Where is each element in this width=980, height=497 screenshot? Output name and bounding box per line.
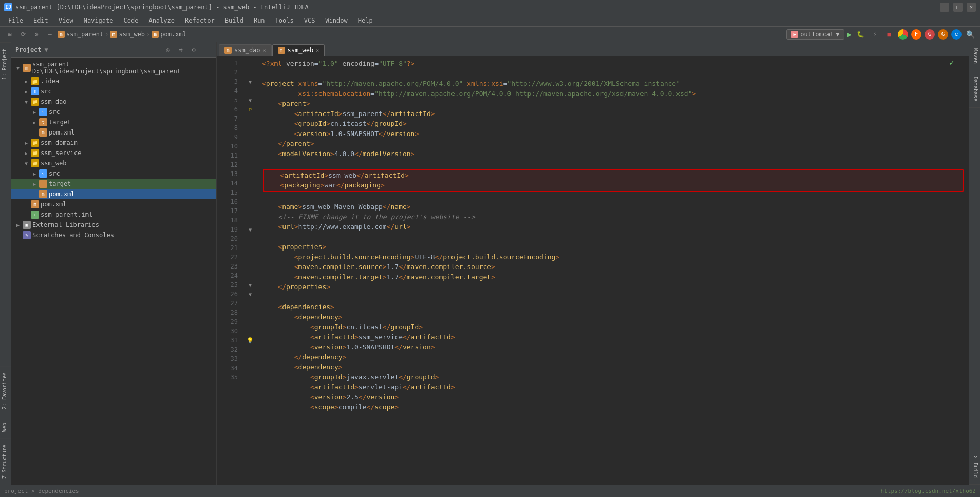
menu-view[interactable]: View — [54, 16, 78, 25]
minimize-button[interactable]: _ — [940, 3, 949, 12]
window-controls[interactable]: _ □ ✕ — [940, 3, 976, 12]
line-21: <maven.compiler.source>1.7</maven.compil… — [262, 262, 965, 272]
nav-icon-3[interactable]: ⚙ — [31, 29, 42, 40]
ie-icon[interactable]: G — [938, 29, 948, 40]
gutter-6[interactable]: ⚐ — [246, 105, 254, 114]
structure-vtab[interactable]: Z-Structure — [0, 438, 11, 485]
maximize-button[interactable]: □ — [953, 3, 963, 12]
arrow-ssm-dao: ▼ — [23, 99, 29, 105]
gutter-13 — [246, 169, 254, 179]
tree-item-scratches[interactable]: ✎ Scratches and Consoles — [11, 230, 216, 240]
build-vtab[interactable]: ⚒ Build — [969, 448, 980, 485]
breadcrumb-ssm-web[interactable]: ssm_web — [119, 31, 145, 38]
run-button[interactable]: ▶ — [847, 30, 852, 39]
menu-code[interactable]: Code — [120, 16, 143, 25]
gutter-17 — [246, 206, 254, 216]
tree-item-src-root[interactable]: ▶ s src — [11, 86, 216, 97]
nav-icon-2[interactable]: ⟳ — [17, 29, 29, 40]
gutter-25[interactable]: ▼ — [246, 280, 254, 290]
gutter-10 — [246, 142, 254, 151]
menu-run[interactable]: Run — [250, 16, 269, 25]
tab-ssm-dao-label: ssm_dao — [234, 47, 260, 54]
tree-item-ssm-domain[interactable]: ▶ 📁 ssm_domain — [11, 138, 216, 148]
search-icon[interactable]: 🔍 — [965, 29, 976, 40]
gutter-7 — [246, 114, 254, 123]
line-33: <artifactId>servlet-api</artifactId> — [262, 382, 965, 392]
chrome-icon[interactable] — [898, 29, 908, 40]
gutter-31: 💡 — [246, 336, 254, 345]
menu-tools[interactable]: Tools — [271, 16, 298, 25]
menu-file[interactable]: File — [4, 16, 27, 25]
collapse-icon[interactable]: — — [201, 44, 212, 55]
safari-icon[interactable]: G — [925, 29, 935, 40]
debug-button[interactable]: 🐛 — [855, 29, 866, 40]
project-vtab[interactable]: 1: Project — [0, 42, 11, 86]
tree-item-ssm-dao-pom[interactable]: m pom.xml — [11, 127, 216, 138]
breadcrumb-ssm-parent[interactable]: ssm_parent — [66, 31, 103, 38]
run-config[interactable]: ▶ outTomcat ▼ — [786, 29, 844, 40]
tree-item-ssm-service[interactable]: ▶ 📁 ssm_service — [11, 148, 216, 158]
arrow-ssm-dao-src: ▶ — [31, 109, 37, 115]
gutter-19[interactable]: ▼ — [246, 225, 254, 234]
line-24 — [262, 292, 965, 302]
tree-item-ssm-dao-target[interactable]: ▶ t target — [11, 117, 216, 127]
menu-navigate[interactable]: Navigate — [80, 16, 118, 25]
tree-item-ssm-web-pom[interactable]: m pom.xml — [11, 189, 216, 199]
run-config-dropdown[interactable]: ▼ — [836, 31, 839, 38]
main-layout: Project ▼ ◎ ⇉ ⚙ — ▼ m ssm_parent D:\IDE\… — [11, 42, 969, 485]
tree-item-ssm-web-src[interactable]: ▶ s src — [11, 168, 216, 179]
icon-ssm-web-src: s — [39, 169, 47, 178]
icon-ssm-service: 📁 — [31, 149, 39, 157]
maven-vtab[interactable]: Maven — [969, 42, 980, 70]
line-30: </dependency> — [262, 352, 965, 362]
tree-item-ssm-dao-src[interactable]: ▶ s src — [11, 107, 216, 117]
coverage-button[interactable]: ⚡ — [869, 29, 880, 40]
label-ssm-parent: ssm_parent D:\IDE\ideaProject\springboot… — [32, 61, 214, 75]
icon-ssm-parent-iml: i — [31, 211, 39, 219]
icon-ssm-web-target: t — [39, 180, 47, 188]
arrow-ssm-service: ▶ — [23, 150, 29, 156]
tab-ssm-dao-close[interactable]: × — [263, 48, 266, 53]
tab-ssm-web-close[interactable]: × — [316, 48, 319, 53]
gutter-3[interactable]: ▼ — [246, 77, 254, 86]
tree-item-idea[interactable]: ▶ 📁 .idea — [11, 76, 216, 86]
panel-header: Project ▼ ◎ ⇉ ⚙ — — [11, 42, 216, 58]
gutter-26[interactable]: ▼ — [246, 290, 254, 299]
tree-item-ssm-web-target[interactable]: ▶ t target — [11, 179, 216, 189]
gutter-5[interactable]: ▼ — [246, 95, 254, 105]
favorites-vtab[interactable]: 2: Favorites — [0, 366, 11, 415]
menu-help[interactable]: Help — [354, 16, 377, 25]
tree-item-ssm-dao[interactable]: ▼ 📁 ssm_dao — [11, 97, 216, 107]
database-vtab[interactable]: Database — [969, 70, 980, 108]
line-16: <!-- FIXME change it to the project's we… — [262, 212, 965, 222]
tree-item-root-pom[interactable]: m pom.xml — [11, 199, 216, 209]
menu-analyze[interactable]: Analyze — [144, 16, 179, 25]
locate-icon[interactable]: ◎ — [162, 44, 174, 55]
tree-item-ssm-web[interactable]: ▼ 📁 ssm_web — [11, 158, 216, 168]
tab-ssm-dao[interactable]: m ssm_dao × — [219, 44, 272, 56]
tree-item-ssm-parent-iml[interactable]: i ssm_parent.iml — [11, 209, 216, 220]
line-1: <?xml version="1.0" encoding="UTF-8"?> — [262, 59, 965, 69]
tab-ssm-web[interactable]: m ssm_web × — [272, 44, 325, 56]
scroll-from-source-icon[interactable]: ⇉ — [175, 44, 186, 55]
tree-item-ssm-parent[interactable]: ▼ m ssm_parent D:\IDE\ideaProject\spring… — [11, 60, 216, 76]
firefox-icon[interactable]: F — [911, 29, 921, 40]
web-vtab[interactable]: Web — [0, 416, 11, 438]
menu-vcs[interactable]: VCS — [300, 16, 319, 25]
menu-build[interactable]: Build — [221, 16, 248, 25]
stop-button[interactable]: ■ — [883, 29, 895, 40]
settings-icon[interactable]: ⚙ — [188, 44, 199, 55]
menu-window[interactable]: Window — [321, 16, 351, 25]
status-link[interactable]: https://blog.csdn.net/xtho62 — [881, 488, 976, 494]
nav-icon-4[interactable]: — — [44, 29, 55, 40]
menu-edit[interactable]: Edit — [29, 16, 52, 25]
close-button[interactable]: ✕ — [967, 3, 976, 12]
panel-title-dropdown[interactable]: ▼ — [45, 46, 48, 53]
tree-item-external-libs[interactable]: ▶ ▣ External Libraries — [11, 220, 216, 230]
code-body[interactable]: <?xml version="1.0" encoding="UTF-8"?> <… — [258, 56, 969, 485]
nav-icon-1[interactable]: ⊞ — [4, 29, 15, 40]
breadcrumb-pom-xml[interactable]: pom.xml — [160, 31, 186, 38]
menu-refactor[interactable]: Refactor — [181, 16, 219, 25]
arrow-ssm-domain: ▶ — [23, 140, 29, 146]
edge-icon[interactable]: e — [951, 29, 962, 40]
